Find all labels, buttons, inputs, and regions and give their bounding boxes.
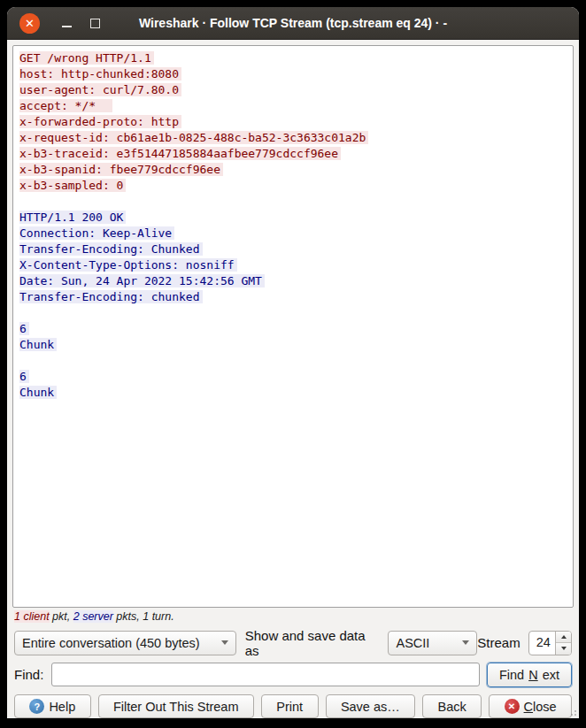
- stepper-down-button[interactable]: [556, 643, 571, 655]
- stepper-up-button[interactable]: [556, 632, 571, 644]
- filter-out-stream-button[interactable]: Filter Out This Stream: [98, 694, 254, 718]
- stats-text-1: pkt,: [50, 610, 73, 623]
- chevron-down-icon: [221, 640, 228, 645]
- save-as-button[interactable]: Save as…: [326, 694, 416, 718]
- data-format-select[interactable]: ASCII: [388, 631, 477, 655]
- find-label: Find:: [14, 667, 43, 682]
- controls-row: Entire conversation (450 bytes) Show and…: [14, 630, 572, 655]
- save-as-label: Save as…: [341, 700, 400, 714]
- stepper-arrows: [555, 632, 571, 655]
- stream-line: x-b3-spanid: fbee779cdccf96ee: [19, 162, 567, 178]
- stream-line: [19, 305, 567, 321]
- help-button[interactable]: ? Help: [14, 694, 91, 718]
- close-label: Close: [524, 700, 557, 714]
- conversation-range-select[interactable]: Entire conversation (450 bytes): [14, 631, 236, 655]
- stream-line: host: http-chunked:8080: [19, 66, 567, 82]
- stream-line: GET /wrong HTTP/1.1: [19, 50, 567, 66]
- print-label: Print: [276, 700, 303, 714]
- stream-number-stepper[interactable]: 24: [528, 631, 572, 655]
- conversation-range-value: Entire conversation (450 bytes): [22, 636, 200, 650]
- spin-down-icon: [561, 647, 567, 650]
- stream-line: Date: Sun, 24 Apr 2022 15:42:56 GMT: [19, 273, 567, 289]
- stream-line: 6: [19, 321, 567, 337]
- find-next-label: Find: [499, 668, 524, 682]
- stream-line: [19, 194, 567, 210]
- stream-number-value: 24: [529, 632, 555, 655]
- stream-line: x-forwarded-proto: http: [19, 114, 567, 130]
- stream-label: Stream: [477, 635, 520, 650]
- stream-line: Transfer-Encoding: chunked: [19, 289, 567, 305]
- stream-line: x-b3-sampled: 0: [19, 178, 567, 194]
- stream-line: Transfer-Encoding: Chunked: [19, 241, 567, 257]
- stream-line: X-Content-Type-Options: nosniff: [19, 257, 567, 273]
- help-label: Help: [49, 700, 75, 714]
- stream-line: user-agent: curl/7.80.0: [19, 82, 567, 98]
- stream-line: Chunk: [19, 337, 567, 353]
- stream-content[interactable]: GET /wrong HTTP/1.1host: http-chunked:80…: [12, 45, 574, 608]
- close-button[interactable]: ✕ Close: [489, 694, 572, 718]
- back-button[interactable]: Back: [422, 694, 482, 718]
- follow-tcp-stream-dialog: ✕ Wireshark · Follow TCP Stream (tcp.str…: [7, 7, 579, 718]
- resize-grip[interactable]: [568, 708, 577, 717]
- stream-line: accept: */*: [19, 98, 567, 114]
- stream-line: x-b3-traceid: e3f51447185884aafbee779cdc…: [19, 146, 567, 162]
- titlebar[interactable]: ✕ Wireshark · Follow TCP Stream (tcp.str…: [7, 7, 579, 40]
- stats-text-2: pkts, 1 turn.: [113, 610, 174, 623]
- chevron-down-icon: [462, 640, 469, 645]
- print-button[interactable]: Print: [261, 694, 319, 718]
- stream-line: Chunk: [19, 385, 567, 401]
- back-label: Back: [438, 700, 466, 714]
- stream-line: 6: [19, 369, 567, 385]
- stream-line: Connection: Keep-Alive: [19, 226, 567, 241]
- dialog-buttons: ? Help Filter Out This Stream Print Save…: [14, 694, 572, 718]
- stream-line: x-request-id: cb61ae1b-0825-488c-ba52-3c…: [19, 130, 567, 146]
- stream-line: HTTP/1.1 200 OK: [19, 210, 567, 226]
- client-pkt-count: 1 client: [14, 610, 50, 623]
- stream-stats: 1 client pkt, 2 server pkts, 1 turn.: [14, 610, 574, 625]
- find-row: Find: Find Next: [14, 663, 572, 686]
- server-pkt-count: 2 server: [73, 610, 113, 623]
- window-title: Wireshark · Follow TCP Stream (tcp.strea…: [7, 7, 579, 39]
- stream-line: [19, 353, 567, 369]
- find-next-button[interactable]: Find Next: [487, 663, 572, 687]
- data-format-value: ASCII: [396, 636, 429, 650]
- spin-up-icon: [561, 635, 567, 639]
- help-icon: ?: [29, 699, 44, 714]
- filter-out-label: Filter Out This Stream: [113, 700, 239, 714]
- find-input[interactable]: [51, 663, 480, 686]
- show-as-label: Show and save data as: [245, 628, 382, 658]
- close-icon: ✕: [505, 699, 520, 714]
